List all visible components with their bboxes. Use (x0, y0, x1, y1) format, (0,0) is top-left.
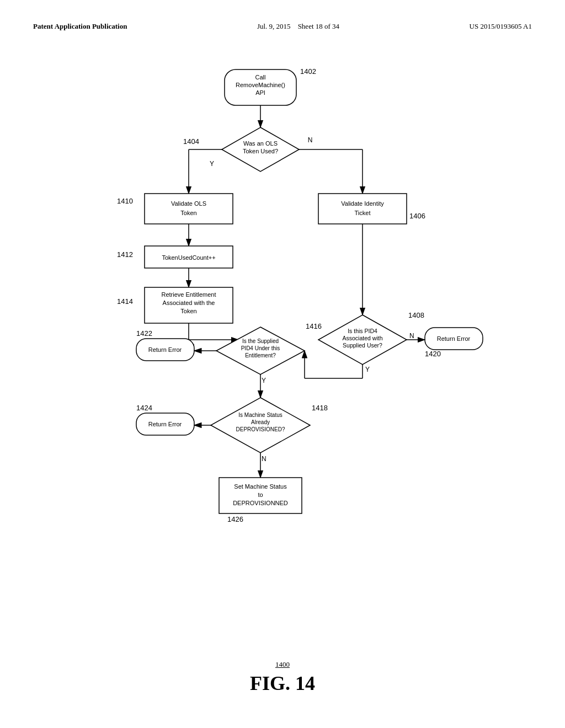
svg-text:API: API (255, 89, 265, 96)
svg-text:to: to (258, 491, 263, 498)
svg-text:Ticket: Ticket (355, 210, 371, 216)
flowchart-svg: Call RemoveMachine() API 1402 Was an OLS… (33, 58, 532, 582)
svg-text:Y: Y (262, 377, 266, 384)
svg-text:N: N (262, 455, 266, 463)
svg-text:Y: Y (365, 366, 370, 373)
svg-text:1414: 1414 (117, 297, 133, 306)
svg-text:Associated with the: Associated with the (163, 299, 215, 306)
svg-text:DEPROVISIONED?: DEPROVISIONED? (236, 426, 285, 432)
svg-text:Validate Identity: Validate Identity (341, 200, 384, 207)
footer: 1400 FIG. 14 (0, 660, 565, 695)
svg-text:PID4 Under this: PID4 Under this (241, 345, 280, 351)
svg-text:Retrieve Entitlement: Retrieve Entitlement (161, 291, 216, 298)
header-right: US 2015/0193605 A1 (470, 22, 532, 31)
svg-rect-21 (318, 194, 407, 224)
svg-text:Validate OLS: Validate OLS (171, 200, 206, 207)
svg-text:Set Machine Status: Set Machine Status (234, 483, 287, 490)
svg-text:DEPROVISIONNED: DEPROVISIONNED (233, 500, 288, 506)
svg-text:Is this PID4: Is this PID4 (348, 328, 377, 334)
svg-text:1410: 1410 (117, 197, 133, 205)
svg-text:Return Error: Return Error (148, 346, 182, 353)
fig-label: FIG. 14 (0, 672, 565, 695)
svg-text:1404: 1404 (183, 137, 199, 146)
svg-rect-17 (145, 194, 233, 224)
header-left: Patent Application Publication (33, 22, 127, 31)
svg-text:N: N (308, 136, 313, 144)
svg-text:1406: 1406 (409, 212, 425, 220)
svg-text:Return Error: Return Error (437, 335, 471, 342)
svg-text:Was an OLS: Was an OLS (243, 140, 278, 147)
header: Patent Application Publication Jul. 9, 2… (33, 22, 532, 31)
svg-text:Call: Call (255, 74, 266, 81)
svg-text:RemoveMachine(): RemoveMachine() (236, 82, 285, 88)
svg-text:N: N (409, 332, 414, 340)
svg-text:1416: 1416 (306, 322, 322, 330)
svg-text:Already: Already (251, 419, 270, 425)
svg-text:Supplied User?: Supplied User? (343, 342, 382, 349)
header-center: Jul. 9, 2015 Sheet 18 of 34 (257, 22, 339, 31)
svg-text:Y: Y (210, 160, 214, 168)
svg-text:TokenUsedCount++: TokenUsedCount++ (162, 254, 215, 261)
svg-text:Token: Token (180, 210, 196, 216)
diagram-container: Call RemoveMachine() API 1402 Was an OLS… (33, 58, 532, 582)
svg-marker-64 (211, 398, 310, 453)
svg-text:1426: 1426 (227, 515, 243, 523)
svg-text:1402: 1402 (300, 67, 316, 76)
svg-text:Token Used?: Token Used? (243, 148, 278, 154)
svg-text:1420: 1420 (425, 350, 441, 358)
svg-text:Associated with: Associated with (343, 335, 383, 341)
svg-text:1422: 1422 (136, 329, 152, 338)
svg-text:1412: 1412 (117, 250, 133, 259)
page: Patent Application Publication Jul. 9, 2… (0, 0, 565, 728)
svg-text:Token: Token (180, 308, 196, 314)
svg-text:1418: 1418 (312, 404, 328, 412)
svg-text:Is the Supplied: Is the Supplied (242, 338, 279, 344)
svg-text:1424: 1424 (136, 404, 152, 412)
svg-text:1408: 1408 (408, 311, 424, 319)
fig-number: 1400 (0, 660, 565, 669)
svg-text:Entitlement?: Entitlement? (245, 352, 276, 358)
svg-text:Return Error: Return Error (148, 421, 182, 427)
svg-text:Is Machine Status: Is Machine Status (238, 412, 282, 418)
